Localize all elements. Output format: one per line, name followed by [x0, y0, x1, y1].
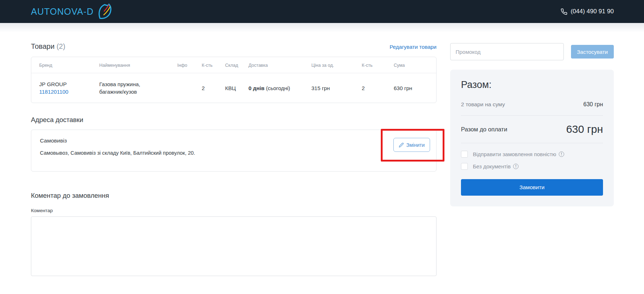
delivery-address: Самовывоз, Самовивіз зі складу Київ, Бал…	[40, 150, 428, 156]
comment-textarea[interactable]	[31, 216, 437, 276]
col-header-price: Ціна за од.	[303, 57, 354, 73]
products-table: Бренд Найменування Інфо К-сть Склад Дост…	[31, 57, 437, 103]
summary-title: Разом:	[461, 79, 603, 90]
navbar-shadow	[0, 23, 644, 32]
brand-name: JP GROUP	[39, 80, 89, 88]
no-documents-label: Без документів !	[473, 163, 519, 169]
phone-number: (044) 490 91 90	[571, 8, 614, 15]
promo-code-input[interactable]	[450, 43, 564, 60]
cell-name: Газова пружина, багажник/кузов	[91, 73, 169, 103]
cell-delivery: 0 днів (сьогодні)	[241, 73, 303, 103]
cell-sum: 630 грн	[386, 73, 436, 103]
cell-qty: 2	[194, 73, 217, 103]
delivery-method: Самовивіз	[40, 137, 428, 144]
divider	[461, 143, 603, 143]
cell-warehouse: КВЦ	[217, 73, 241, 103]
order-sidebar: Застосувати Разом: 2 товари на суму 630 …	[450, 41, 614, 277]
total-sum-value: 630 грн	[566, 123, 603, 135]
contact-phone[interactable]: (044) 490 91 90	[561, 8, 614, 15]
change-address-button[interactable]: Змінити	[393, 138, 430, 152]
top-navbar: AUTONOVA-D (044) 490 91 90	[0, 0, 644, 23]
place-order-button[interactable]: Замовити	[461, 179, 603, 196]
phone-icon	[561, 8, 567, 15]
products-count: (2)	[56, 42, 65, 50]
col-header-brand: Бренд	[31, 57, 91, 73]
col-header-name: Найменування	[91, 57, 169, 73]
cell-price: 315 грн	[303, 73, 354, 103]
products-title: Товари (2)	[31, 42, 65, 51]
pencil-icon	[399, 143, 404, 148]
cell-qty2: 2	[354, 73, 386, 103]
info-icon[interactable]: !	[513, 164, 519, 169]
cell-brand: JP GROUP 1181201100	[31, 73, 91, 103]
col-header-delivery: Доставка	[241, 57, 303, 73]
total-label: Разом до оплати	[461, 126, 507, 133]
table-row: JP GROUP 1181201100 Газова пружина, бага…	[31, 73, 436, 103]
article-link[interactable]: 1181201100	[39, 88, 89, 95]
col-header-warehouse: Склад	[217, 57, 241, 73]
send-full-order-checkbox[interactable]	[461, 151, 468, 158]
brand-name: AUTONOVA-D	[31, 6, 93, 17]
apply-promo-button[interactable]: Застосувати	[571, 45, 614, 59]
items-count-label: 2 товари на суму	[461, 101, 505, 108]
delivery-title: Адреса доставки	[31, 116, 437, 124]
comment-label: Коментар	[31, 208, 437, 213]
col-header-qty2: К-сть	[354, 57, 386, 73]
col-header-info: Інфо	[169, 57, 194, 73]
no-documents-checkbox[interactable]	[461, 163, 468, 170]
info-icon[interactable]: !	[559, 151, 564, 157]
col-header-qty: К-сть	[194, 57, 217, 73]
brand-logo[interactable]: AUTONOVA-D	[31, 3, 113, 20]
send-full-order-label: Відправити замовлення повністю !	[473, 151, 564, 157]
items-sum-value: 630 грн	[583, 101, 603, 108]
comment-title: Коментар до замовлення	[31, 192, 437, 200]
leaf-logo-icon	[97, 3, 113, 20]
col-header-sum: Сума	[386, 57, 436, 73]
main-content: Товари (2) Редагувати товари Бренд Найме…	[31, 41, 437, 277]
order-summary-panel: Разом: 2 товари на суму 630 грн Разом до…	[450, 70, 614, 206]
divider	[461, 115, 603, 116]
table-header-row: Бренд Найменування Інфо К-сть Склад Дост…	[31, 57, 436, 73]
cell-info	[169, 73, 194, 103]
delivery-address-card: Самовивіз Самовывоз, Самовивіз зі складу…	[31, 130, 437, 172]
edit-products-link[interactable]: Редагувати товари	[389, 44, 437, 50]
